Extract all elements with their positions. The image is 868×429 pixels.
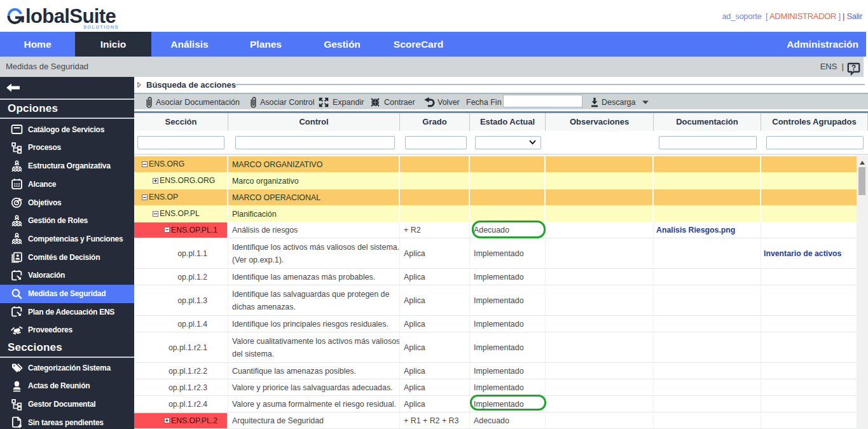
svg-text:?: ? <box>851 64 856 72</box>
svg-text:SOLUTIONS: SOLUTIONS <box>83 24 119 30</box>
